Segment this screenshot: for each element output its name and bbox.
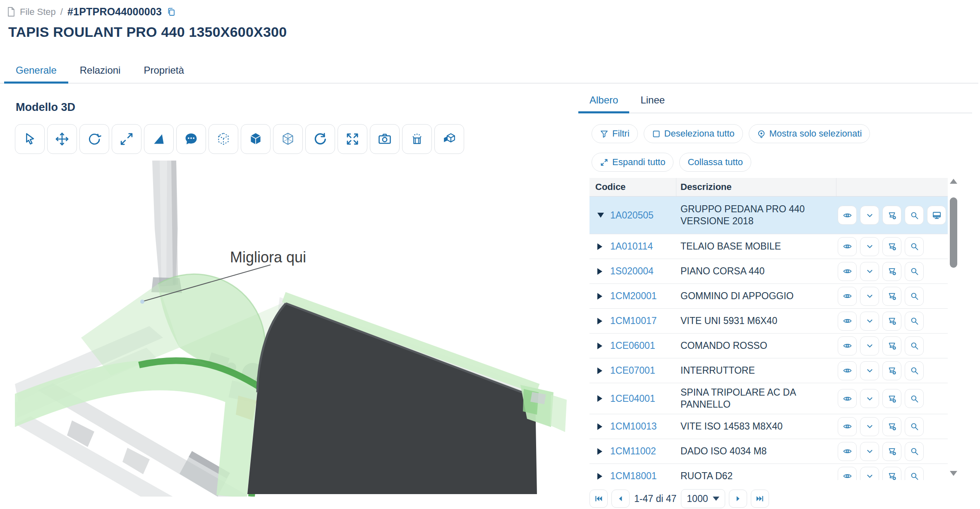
measure-icon[interactable] (144, 124, 174, 154)
show-in-viewer-button[interactable] (838, 361, 857, 380)
search-button[interactable] (905, 417, 924, 436)
cube-section-icon[interactable] (434, 124, 464, 154)
row-menu-button[interactable] (860, 442, 879, 461)
show-only-selected-button[interactable]: Mostra solo selezionati (749, 124, 870, 143)
row-expander-icon[interactable] (597, 473, 602, 480)
pan-icon[interactable] (47, 124, 77, 154)
show-in-viewer-button[interactable] (838, 287, 857, 306)
row-menu-button[interactable] (860, 287, 879, 306)
show-in-viewer-button[interactable] (838, 237, 857, 256)
row-menu-button[interactable] (860, 361, 879, 380)
add-to-cart-button[interactable] (882, 442, 901, 461)
row-expander-icon[interactable] (597, 243, 602, 250)
page-size-select[interactable]: 1000 (681, 489, 725, 508)
row-expander-icon[interactable] (597, 423, 602, 430)
row-expander-icon[interactable] (597, 318, 602, 324)
fit-to-screen-icon[interactable] (338, 124, 367, 154)
row-code-link[interactable]: 1CM11002 (610, 446, 656, 456)
show-in-viewer-button[interactable] (838, 262, 857, 281)
deselect-all-button[interactable]: Deseleziona tutto (644, 124, 743, 143)
row-code-link[interactable]: 1A020505 (610, 210, 654, 221)
row-expander-icon[interactable] (597, 293, 602, 300)
search-button[interactable] (905, 442, 924, 461)
add-to-cart-button[interactable] (882, 336, 901, 355)
row-menu-button[interactable] (860, 389, 879, 408)
row-expander-icon[interactable] (597, 395, 602, 402)
search-button[interactable] (905, 206, 924, 225)
tab-albero[interactable]: Albero (578, 92, 629, 113)
search-button[interactable] (905, 389, 924, 408)
row-code-link[interactable]: 1CM10013 (610, 421, 657, 432)
row-expander-icon[interactable] (597, 268, 602, 275)
search-button[interactable] (905, 262, 924, 281)
row-code-link[interactable]: 1S020004 (610, 266, 654, 276)
row-menu-button[interactable] (860, 417, 879, 436)
search-button[interactable] (905, 237, 924, 256)
row-menu-button[interactable] (860, 206, 879, 225)
show-in-viewer-button[interactable] (838, 417, 857, 436)
row-expander-icon[interactable] (597, 367, 602, 374)
show-in-viewer-button[interactable] (838, 336, 857, 355)
show-in-viewer-button[interactable] (838, 389, 857, 408)
scrollbar-thumb[interactable] (950, 197, 957, 268)
reset-view-icon[interactable] (305, 124, 335, 154)
rotate-icon[interactable] (79, 124, 109, 154)
comment-icon[interactable] (176, 124, 206, 154)
last-page-button[interactable] (751, 490, 769, 508)
search-button[interactable] (905, 336, 924, 355)
cube-shaded-icon[interactable] (241, 124, 271, 154)
expand-all-button[interactable]: Espandi tutto (592, 153, 673, 172)
add-to-cart-button[interactable] (882, 237, 901, 256)
cube-wireframe-icon[interactable] (208, 124, 238, 154)
row-menu-button[interactable] (860, 312, 879, 331)
add-to-cart-button[interactable] (882, 467, 901, 480)
row-menu-button[interactable] (860, 336, 879, 355)
row-code-link[interactable]: 1CE07001 (610, 365, 655, 376)
cube-transparent-icon[interactable] (273, 124, 303, 154)
add-to-cart-button[interactable] (882, 287, 901, 306)
add-to-cart-button[interactable] (882, 312, 901, 331)
tab-relazioni[interactable]: Relazioni (68, 62, 132, 84)
tab-generale[interactable]: Generale (4, 62, 68, 84)
add-to-cart-button[interactable] (882, 262, 901, 281)
add-to-cart-button[interactable] (882, 206, 901, 225)
viewport-3d[interactable]: Migliora qui (15, 161, 587, 497)
search-button[interactable] (905, 467, 924, 480)
row-code-link[interactable]: 1CE04001 (610, 393, 655, 404)
row-menu-button[interactable] (860, 467, 879, 480)
row-code-link[interactable]: 1CE06001 (610, 340, 655, 351)
row-menu-button[interactable] (860, 237, 879, 256)
row-code-link[interactable]: 1CM20001 (610, 291, 657, 301)
filters-button[interactable]: Filtri (592, 124, 638, 143)
row-code-link[interactable]: 1A010114 (610, 241, 653, 252)
zoom-extents-icon[interactable] (112, 124, 141, 154)
search-button[interactable] (905, 361, 924, 380)
row-expander-icon[interactable] (597, 448, 602, 455)
show-in-viewer-button[interactable] (838, 467, 857, 480)
open-box-icon[interactable] (402, 124, 432, 154)
collapse-all-button[interactable]: Collassa tutto (679, 153, 751, 172)
screenshot-icon[interactable] (370, 124, 400, 154)
show-in-viewer-button[interactable] (838, 442, 857, 461)
search-button[interactable] (905, 312, 924, 331)
first-page-button[interactable] (589, 490, 608, 508)
add-to-cart-button[interactable] (882, 361, 901, 380)
search-button[interactable] (905, 287, 924, 306)
select-cursor-icon[interactable] (15, 124, 45, 154)
prev-page-button[interactable] (611, 490, 630, 508)
show-in-viewer-button[interactable] (838, 312, 857, 331)
row-code-link[interactable]: 1CM18001 (610, 471, 657, 480)
row-expander-icon[interactable] (597, 213, 604, 218)
breadcrumb-section[interactable]: File Step (20, 7, 56, 17)
tab-linee[interactable]: Linee (629, 92, 676, 113)
row-menu-button[interactable] (860, 262, 879, 281)
add-to-cart-button[interactable] (882, 389, 901, 408)
scroll-down-icon[interactable] (950, 471, 957, 476)
row-code-link[interactable]: 1CM10017 (610, 315, 657, 326)
next-page-button[interactable] (729, 490, 747, 508)
row-expander-icon[interactable] (597, 343, 602, 349)
show-in-viewer-button[interactable] (838, 206, 857, 225)
copy-icon[interactable] (166, 7, 176, 17)
show-on-screen-button[interactable] (927, 206, 946, 225)
add-to-cart-button[interactable] (882, 417, 901, 436)
